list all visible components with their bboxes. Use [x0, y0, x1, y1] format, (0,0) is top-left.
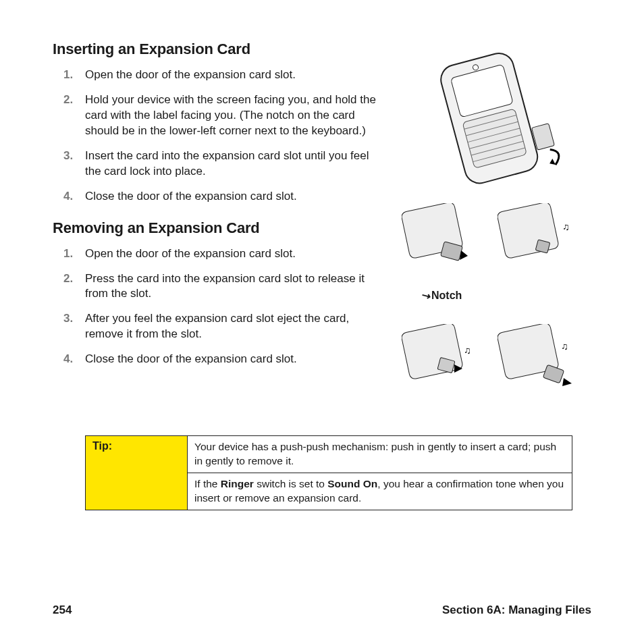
caption-text: Notch — [431, 290, 462, 301]
tip-bold: Sound On — [327, 478, 377, 489]
step-number: 4. — [63, 352, 73, 367]
insert-step-illustration: ♫ — [497, 203, 579, 278]
text-column: Inserting an Expansion Card 1. Open the … — [53, 36, 377, 399]
tip-row: If the Ringer switch is set to Sound On,… — [188, 473, 572, 510]
step-item: 4. Close the door of the expansion card … — [85, 352, 377, 367]
insert-step-illustration — [401, 203, 483, 278]
tip-row: Your device has a push-push mechanism: p… — [188, 436, 572, 473]
svg-marker-14 — [460, 250, 468, 260]
page-number: 254 — [53, 603, 72, 617]
section-title: Section 6A: Managing Files — [442, 603, 591, 617]
svg-marker-24 — [562, 378, 572, 386]
step-number: 1. — [63, 68, 73, 83]
svg-rect-18 — [402, 324, 463, 380]
step-item: 2. Hold your device with the screen faci… — [85, 92, 377, 139]
figure-row-remove: ♫ ♫ — [401, 323, 579, 399]
svg-text:♫: ♫ — [464, 345, 471, 356]
manual-page: Inserting an Expansion Card 1. Open the … — [0, 0, 644, 644]
step-number: 3. — [63, 149, 73, 164]
svg-text:♫: ♫ — [561, 341, 568, 352]
steps-inserting: 1. Open the door of the expansion card s… — [53, 68, 377, 205]
steps-removing: 1. Open the door of the expansion card s… — [53, 246, 377, 368]
step-text: Close the door of the expansion card slo… — [85, 352, 297, 365]
tip-text: If the — [194, 478, 221, 489]
step-text: After you feel the expansion card slot e… — [85, 312, 349, 340]
svg-marker-11 — [549, 158, 556, 166]
step-item: 3. After you feel the expansion card slo… — [85, 311, 377, 342]
step-text: Open the door of the expansion card slot… — [85, 68, 296, 81]
step-item: 3. Insert the card into the expansion ca… — [85, 149, 377, 180]
step-text: Insert the card into the expansion card … — [85, 149, 369, 178]
step-text: Open the door of the expansion card slot… — [85, 247, 296, 260]
svg-text:♫: ♫ — [562, 221, 570, 232]
step-number: 4. — [63, 189, 73, 205]
step-text: Close the door of the expansion card slo… — [85, 190, 297, 203]
step-text: Press the card into the expansion card s… — [85, 272, 365, 300]
heading-inserting: Inserting an Expansion Card — [53, 41, 377, 58]
tip-text: switch is set to — [254, 478, 327, 489]
remove-step-illustration: ♫ — [497, 323, 579, 399]
step-item: 1. Open the door of the expansion card s… — [85, 246, 377, 262]
figure-row-insert: ♫ — [401, 203, 579, 278]
tip-label: Tip: — [86, 436, 188, 510]
figure-caption-notch: ↘Notch — [421, 289, 462, 302]
tip-box: Tip: Your device has a push-push mechani… — [85, 435, 572, 510]
step-text: Hold your device with the screen facing … — [85, 93, 376, 137]
body-columns: Inserting an Expansion Card 1. Open the … — [53, 36, 591, 399]
tip-bold: Ringer — [221, 478, 254, 489]
step-number: 1. — [63, 246, 73, 262]
tip-content: Your device has a push-push mechanism: p… — [188, 436, 572, 510]
step-item: 4. Close the door of the expansion card … — [85, 189, 377, 205]
step-number: 2. — [63, 92, 73, 108]
step-number: 3. — [63, 311, 73, 327]
step-item: 1. Open the door of the expansion card s… — [85, 68, 377, 83]
step-item: 2. Press the card into the expansion car… — [85, 271, 377, 302]
arrow-icon: ↘ — [419, 288, 433, 303]
svg-rect-15 — [498, 203, 559, 259]
figure-column: ♫ ↘Notch ♫ — [389, 36, 591, 399]
device-illustration — [412, 50, 568, 193]
remove-step-illustration: ♫ — [401, 323, 483, 399]
step-number: 2. — [63, 271, 73, 287]
heading-removing: Removing an Expansion Card — [53, 219, 377, 237]
page-footer: 254 Section 6A: Managing Files — [53, 603, 591, 617]
